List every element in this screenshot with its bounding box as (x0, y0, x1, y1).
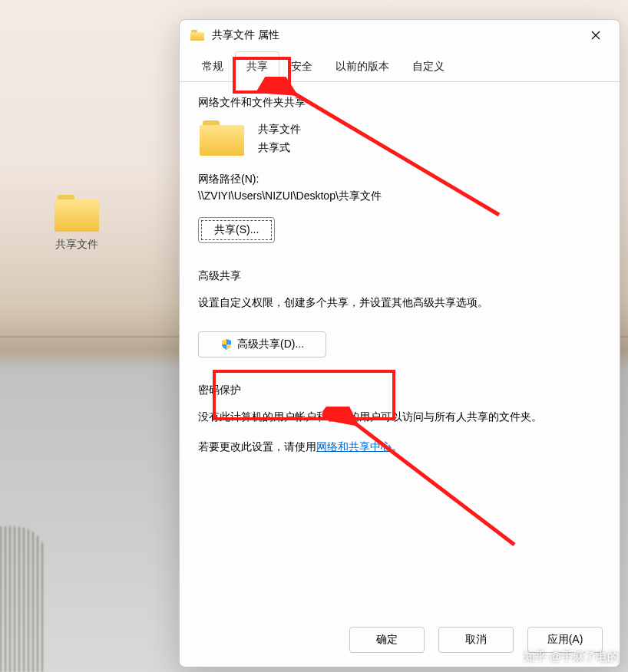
folder-texts: 共享文件 共享式 (258, 120, 301, 157)
group-advanced-sharing: 高级共享 设置自定义权限，创建多个共享，并设置其他高级共享选项。 高级共享(D)… (198, 269, 601, 358)
advanced-desc: 设置自定义权限，创建多个共享，并设置其他高级共享选项。 (198, 294, 601, 312)
network-path-label: 网络路径(N): (198, 173, 601, 186)
watermark: 知乎 @手麻了电的 (524, 650, 619, 664)
cancel-button[interactable]: 取消 (438, 627, 514, 653)
folder-name: 共享文件 (258, 120, 301, 139)
tab-general[interactable]: 常规 (190, 51, 235, 82)
share-state: 共享式 (258, 139, 301, 157)
tab-share[interactable]: 共享 (235, 51, 279, 82)
change-suffix: 。 (392, 440, 402, 453)
close-button[interactable] (578, 23, 613, 48)
folder-info-row: 共享文件 共享式 (198, 120, 601, 157)
change-setting-line: 若要更改此设置，请使用网络和共享中心。 (198, 440, 601, 454)
desktop-folder-label: 共享文件 (46, 238, 107, 252)
password-desc: 没有此计算机的用户帐户和密码的用户可以访问与所有人共享的文件夹。 (198, 408, 601, 427)
group-network-sharing: 网络文件和文件夹共享 共享文件 共享式 网络路径(N): \\ZVIYI\Use… (198, 96, 601, 243)
tab-custom[interactable]: 自定义 (401, 51, 456, 82)
advanced-share-button[interactable]: 高级共享(D)... (198, 331, 326, 357)
titlebar: 共享文件 属性 (180, 20, 620, 51)
network-sharing-center-link[interactable]: 网络和共享中心 (316, 440, 392, 453)
folder-icon (55, 195, 99, 232)
tab-strip: 常规 共享 安全 以前的版本 自定义 (180, 51, 620, 82)
group-title-network: 网络文件和文件夹共享 (198, 96, 601, 110)
close-icon (591, 31, 600, 40)
reeds-decoration (0, 526, 46, 672)
folder-icon (200, 120, 244, 156)
folder-icon (190, 30, 204, 41)
apply-button[interactable]: 应用(A) (527, 627, 603, 653)
properties-dialog: 共享文件 属性 常规 共享 安全 以前的版本 自定义 网络文件和文件夹共享 共享… (179, 19, 620, 667)
group-title-password: 密码保护 (198, 384, 601, 397)
group-password-protection: 密码保护 没有此计算机的用户帐户和密码的用户可以访问与所有人共享的文件夹。 若要… (198, 384, 601, 454)
group-title-advanced: 高级共享 (198, 269, 601, 283)
tab-content: 网络文件和文件夹共享 共享文件 共享式 网络路径(N): \\ZVIYI\Use… (180, 82, 620, 618)
tab-security[interactable]: 安全 (279, 51, 324, 82)
desktop-folder-icon[interactable]: 共享文件 (46, 195, 107, 252)
ok-button[interactable]: 确定 (349, 627, 425, 653)
change-prefix: 若要更改此设置，请使用 (198, 440, 316, 453)
tab-previous-versions[interactable]: 以前的版本 (324, 51, 401, 82)
network-path-value: \\ZVIYI\Users\NIZUI\Desktop\共享文件 (198, 189, 601, 203)
dialog-title: 共享文件 属性 (212, 28, 578, 42)
shield-icon (220, 338, 233, 351)
share-button[interactable]: 共享(S)... (198, 217, 275, 243)
